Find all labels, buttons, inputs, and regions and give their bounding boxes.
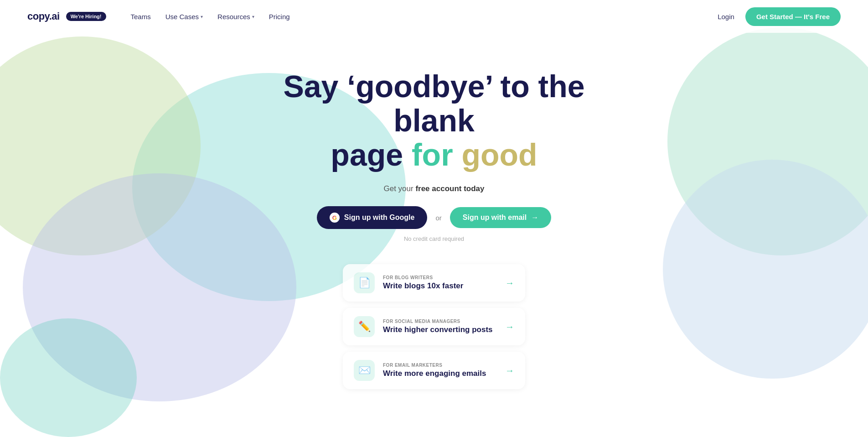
feature-label: FOR SOCIAL MEDIA MANAGERS [383, 319, 497, 324]
get-started-button[interactable]: Get Started — It's Free [745, 7, 841, 26]
nav-left: copy.ai We're Hiring! Teams Use Cases ▾ … [27, 10, 290, 22]
hiring-badge[interactable]: We're Hiring! [66, 12, 106, 21]
feature-icon: ✏️ [358, 321, 371, 333]
logo[interactable]: copy.ai [27, 10, 60, 22]
feature-card-0[interactable]: 📄 FOR BLOG WRITERS Write blogs 10x faste… [343, 264, 525, 302]
feature-title: Write higher converting posts [383, 325, 497, 334]
signup-google-button[interactable]: G Sign up with Google [317, 206, 428, 229]
nav-link-resources[interactable]: Resources ▾ [217, 13, 254, 21]
feature-icon-wrap: 📄 [354, 272, 375, 293]
feature-title: Write more engaging emails [383, 369, 497, 378]
feature-icon-wrap: ✏️ [354, 316, 375, 337]
no-credit-text: No credit card required [404, 235, 464, 242]
nav-link-pricing[interactable]: Pricing [269, 13, 290, 21]
chevron-down-icon: ▾ [201, 14, 203, 19]
feature-label: FOR BLOG WRITERS [383, 275, 497, 280]
feature-icon-wrap: ✉️ [354, 360, 375, 381]
chevron-down-icon: ▾ [252, 14, 254, 19]
arrow-right-icon: → [531, 213, 538, 222]
main-content: Say ‘goodbye’ to the blank page for good… [0, 33, 868, 389]
logo-text: copy.ai [27, 10, 60, 22]
navbar: copy.ai We're Hiring! Teams Use Cases ▾ … [0, 0, 868, 33]
feature-text: FOR SOCIAL MEDIA MANAGERS Write higher c… [383, 319, 497, 334]
nav-link-teams[interactable]: Teams [131, 13, 151, 21]
cta-row: G Sign up with Google or Sign up with em… [317, 206, 551, 229]
nav-right: Login Get Started — It's Free [718, 7, 841, 26]
nav-link-use-cases[interactable]: Use Cases ▾ [165, 13, 203, 21]
hero-subtitle: Get your free account today [383, 184, 484, 193]
feature-card-1[interactable]: ✏️ FOR SOCIAL MEDIA MANAGERS Write highe… [343, 308, 525, 345]
arrow-right-icon: → [505, 278, 514, 288]
feature-card-2[interactable]: ✉️ FOR EMAIL MARKETERS Write more engagi… [343, 352, 525, 389]
feature-cards: 📄 FOR BLOG WRITERS Write blogs 10x faste… [343, 264, 525, 389]
or-separator: or [435, 214, 441, 222]
feature-text: FOR EMAIL MARKETERS Write more engaging … [383, 363, 497, 378]
arrow-right-icon: → [505, 365, 514, 376]
feature-label: FOR EMAIL MARKETERS [383, 363, 497, 368]
nav-links: Teams Use Cases ▾ Resources ▾ Pricing [131, 13, 290, 21]
feature-icon: ✉️ [358, 364, 371, 376]
arrow-right-icon: → [505, 322, 514, 332]
feature-icon: 📄 [358, 277, 371, 289]
login-button[interactable]: Login [718, 13, 734, 21]
feature-title: Write blogs 10x faster [383, 281, 497, 291]
signup-email-button[interactable]: Sign up with email → [450, 207, 551, 228]
google-icon: G [330, 213, 340, 223]
feature-text: FOR BLOG WRITERS Write blogs 10x faster [383, 275, 497, 291]
hero-title: Say ‘goodbye’ to the blank page for good [256, 69, 612, 172]
